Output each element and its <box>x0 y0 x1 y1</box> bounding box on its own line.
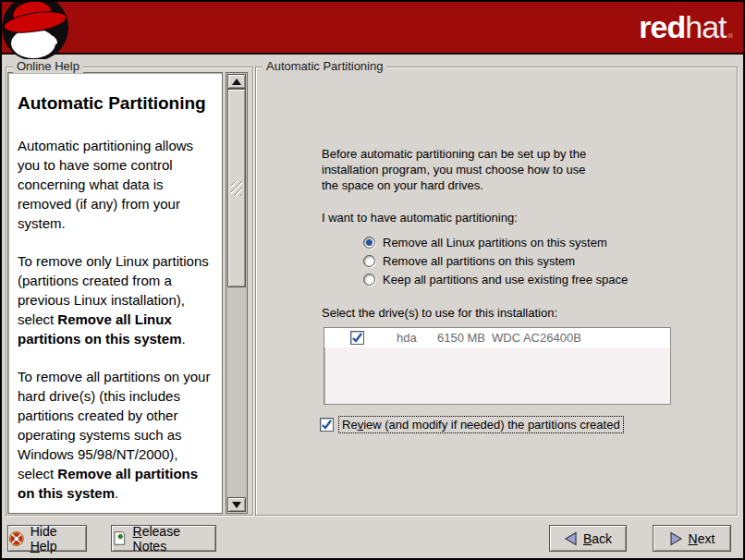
intro-line-1: Before automatic partitioning can be set… <box>322 146 586 162</box>
next-label: Next <box>689 531 715 546</box>
release-notes-label: Release Notes <box>133 524 215 554</box>
arrow-down-icon <box>232 502 241 508</box>
help-text-view: Automatic Partitioning Automatic partiti… <box>7 72 223 514</box>
radio-button-icon[interactable] <box>363 237 375 249</box>
help-p3-normal: To remove all partitions on your hard dr… <box>18 369 210 481</box>
release-notes-button[interactable]: Release Notes <box>111 525 216 552</box>
hide-help-label: Hide Help <box>31 524 86 554</box>
radio-remove-linux[interactable]: Remove all Linux partitions on this syst… <box>363 233 628 251</box>
back-label: Back <box>583 531 612 546</box>
arrow-up-icon <box>232 79 241 85</box>
back-arrow-icon <box>564 531 578 546</box>
release-notes-page-icon <box>112 530 128 546</box>
radio-label: Keep all partitions and use existing fre… <box>383 273 628 286</box>
label-mnemonic: H <box>31 539 40 554</box>
partitioning-radio-group: Remove all Linux partitions on this syst… <box>363 233 628 288</box>
installer-window: redhat. ® Online Help Automatic Partitio… <box>0 0 745 560</box>
checkmark-icon <box>321 419 333 431</box>
label-post: ext <box>698 531 715 546</box>
radio-button-icon[interactable] <box>363 274 375 286</box>
scroll-down-button[interactable] <box>227 497 246 512</box>
drive-checkbox[interactable] <box>350 331 364 345</box>
partitioning-prompt: I want to have automatic partitioning: <box>322 211 518 225</box>
label-mnemonic: B <box>583 531 592 546</box>
lifebuoy-help-icon <box>8 530 25 547</box>
radio-label: Remove all partitions on this system <box>383 254 575 268</box>
help-p3-end: . <box>115 485 118 501</box>
drive-row-hda[interactable]: hda 6150 MB WDC AC26400B <box>324 328 670 347</box>
intro-line-2: installation program, you must choose ho… <box>322 162 586 177</box>
review-checkbox[interactable] <box>320 418 334 432</box>
scrollbar-grip-icon <box>231 181 242 196</box>
intro-line-3: the space on your hard drives. <box>322 177 586 193</box>
checkmark-icon <box>351 332 363 344</box>
label-mnemonic: N <box>689 531 698 546</box>
drive-list[interactable]: hda 6150 MB WDC AC26400B <box>324 327 671 405</box>
next-button[interactable]: Next <box>653 525 731 552</box>
radio-button-icon[interactable] <box>363 255 375 267</box>
help-heading: Automatic Partitioning <box>18 93 214 114</box>
next-arrow-icon <box>669 531 683 546</box>
hide-help-button[interactable]: Hide Help <box>7 525 87 552</box>
radio-keep-all[interactable]: Keep all partitions and use existing fre… <box>363 270 628 288</box>
registered-mark: ® <box>55 33 59 40</box>
automatic-partitioning-frame <box>255 67 738 516</box>
help-paragraph-2: To remove only Linux partitions (partiti… <box>18 251 214 348</box>
redhat-shadowman-icon <box>0 0 78 63</box>
label-post: ack <box>592 531 612 546</box>
back-button[interactable]: Back <box>549 525 627 552</box>
help-p2-end: . <box>182 331 186 347</box>
review-label-post: iew (and modify if needed) the partition… <box>363 418 620 432</box>
title-banner: redhat. <box>2 2 743 55</box>
redhat-wordmark: redhat. <box>639 9 734 44</box>
automatic-partitioning-frame-label: Automatic Partitioning <box>263 59 386 73</box>
drive-size: 6150 MB <box>437 331 485 345</box>
radio-label: Remove all Linux partitions on this syst… <box>383 236 607 250</box>
scroll-up-button[interactable] <box>227 74 246 89</box>
label-mnemonic: R <box>133 524 142 539</box>
review-checkbox-label: Review (and modify if needed) the partit… <box>338 416 624 433</box>
brand-regular: hat <box>685 9 726 44</box>
review-checkbox-row[interactable]: Review (and modify if needed) the partit… <box>320 416 624 433</box>
drive-select-label: Select the drive(s) to use for this inst… <box>322 306 557 320</box>
help-paragraph-1: Automatic partitioning allows you to hav… <box>18 136 214 233</box>
review-label-pre: Re <box>342 418 358 432</box>
label-pre: Hide <box>31 524 57 539</box>
brand-bold: red <box>639 9 685 44</box>
label-post: elp <box>40 539 57 554</box>
help-paragraph-3: To remove all partitions on your hard dr… <box>18 367 214 503</box>
drive-device: hda <box>397 331 417 345</box>
brand-dot: . <box>727 9 734 44</box>
drive-model: WDC AC26400B <box>492 331 581 345</box>
radio-remove-all[interactable]: Remove all partitions on this system <box>363 251 628 270</box>
help-scrollbar[interactable] <box>226 72 248 514</box>
intro-text: Before automatic partitioning can be set… <box>322 146 586 193</box>
online-help-frame-label: Online Help <box>13 59 83 73</box>
scrollbar-thumb[interactable] <box>227 89 246 287</box>
